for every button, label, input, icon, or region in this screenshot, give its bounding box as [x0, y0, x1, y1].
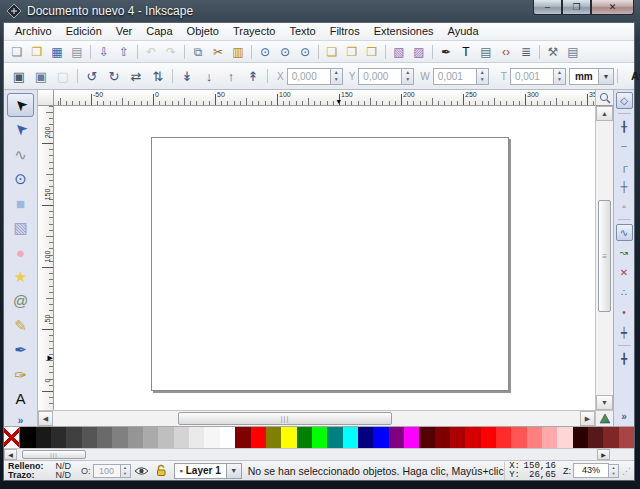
snap-bbox-centers-button[interactable]: ▫ [616, 198, 633, 215]
palette-swatch[interactable] [82, 427, 97, 448]
export-bitmap-button[interactable]: ⇧ [115, 43, 133, 61]
resize-grip[interactable]: ⋰ [622, 464, 634, 478]
layer-visibility-toggle[interactable] [134, 466, 149, 476]
enable-snapping-button[interactable]: ◇ [616, 92, 633, 109]
ellipse-tool-button[interactable]: ● [7, 240, 34, 264]
palette-swatch[interactable] [220, 427, 235, 448]
menu-capa[interactable]: Capa [139, 23, 179, 40]
lower-one-step-button[interactable]: ↓ [199, 66, 219, 86]
height-field-spinner[interactable]: ▲▼ [554, 68, 566, 85]
scroll-right-button[interactable]: ▶ [580, 411, 595, 426]
menu-filtros[interactable]: Filtros [323, 23, 367, 40]
palette-swatch[interactable] [557, 427, 572, 448]
menu-ayuda[interactable]: Ayuda [441, 23, 486, 40]
menu-extensiones[interactable]: Extensiones [367, 23, 441, 40]
vertical-scroll-thumb[interactable]: ≡ [598, 200, 611, 312]
units-value[interactable]: mm [569, 68, 599, 85]
redo-button[interactable]: ↷ [162, 43, 180, 61]
width-field-input[interactable]: 0,001 [433, 68, 477, 85]
pencil-tool-button[interactable]: ✎ [7, 313, 34, 337]
create-clone-button[interactable]: ❐ [343, 43, 361, 61]
xml-editor-button[interactable]: ‹› [497, 43, 515, 61]
deselect-button[interactable]: ▢ [53, 66, 73, 86]
palette-swatch[interactable] [404, 427, 419, 448]
palette-swatch[interactable] [527, 427, 542, 448]
rotate-90-ccw-button[interactable]: ↺ [82, 66, 102, 86]
menu-objeto[interactable]: Objeto [180, 23, 226, 40]
menu-trayecto[interactable]: Trayecto [226, 23, 282, 40]
palette-swatch[interactable] [158, 427, 173, 448]
node-editor-tool-button[interactable]: ➤ [7, 117, 34, 141]
snap-midpoints-button[interactable]: ┿ [616, 324, 633, 341]
palette-swatch[interactable] [511, 427, 526, 448]
palette-swatch[interactable] [435, 427, 450, 448]
unlink-clone-button[interactable]: ❒ [363, 43, 381, 61]
palette-swatch[interactable] [36, 427, 51, 448]
lower-to-bottom-button[interactable]: ↡ [177, 66, 197, 86]
palette-swatch[interactable] [481, 427, 496, 448]
width-field-spinner[interactable]: ▲▼ [477, 68, 489, 85]
duplicate-button[interactable]: ❏ [323, 43, 341, 61]
document-page[interactable] [151, 137, 509, 391]
palette-swatch[interactable] [143, 427, 158, 448]
snap-nodes-button[interactable]: ∿ [616, 224, 633, 241]
spinner-up-icon[interactable]: ▲ [331, 69, 342, 77]
chevron-down-icon[interactable]: ▼ [227, 463, 242, 479]
tweak-tool-button[interactable]: ∿ [7, 142, 34, 166]
scroll-down-button[interactable]: ▼ [596, 395, 613, 410]
y-field-spinner[interactable]: ▲▼ [402, 68, 414, 85]
sticky-zoom-button[interactable] [595, 90, 613, 106]
palette-swatch[interactable] [619, 427, 634, 448]
layer-lock-toggle[interactable] [155, 464, 168, 477]
y-field-input[interactable]: 0,000 [358, 68, 402, 85]
opacity-spinner[interactable]: ▲▼ [121, 464, 131, 478]
select-all-in-all-layers-button[interactable]: ▣ [31, 66, 51, 86]
bezier-pen-tool-button[interactable]: ✒ [7, 338, 34, 362]
calligraphy-tool-button[interactable]: ✑ [7, 362, 34, 386]
align-dialog-button[interactable]: ≣ [517, 43, 535, 61]
spinner-down-icon[interactable]: ▼ [554, 76, 565, 84]
zoom-spinner[interactable]: ▲▼ [609, 464, 619, 478]
paste-button[interactable]: ▥ [229, 43, 247, 61]
zoom-to-selection-button[interactable]: ⊙ [256, 43, 274, 61]
palette-swatch[interactable] [204, 427, 219, 448]
palette-swatch[interactable] [542, 427, 557, 448]
inkscape-preferences-button[interactable]: ⚒ [544, 43, 562, 61]
zoom-to-page-button[interactable]: ⊙ [296, 43, 314, 61]
palette-scrollbar[interactable]: ◀ ||| ▶ [4, 448, 634, 460]
open-document-button[interactable]: ❐ [28, 43, 46, 61]
select-all-button[interactable]: ▣ [9, 66, 29, 86]
palette-swatch[interactable] [450, 427, 465, 448]
copy-button[interactable]: ⧉ [189, 43, 207, 61]
palette-swatch[interactable] [266, 427, 281, 448]
print-document-button[interactable]: ▤ [68, 43, 86, 61]
palette-swatch[interactable] [112, 427, 127, 448]
layers-dialog-button[interactable]: ▤ [477, 43, 495, 61]
palette-swatch[interactable] [51, 427, 66, 448]
palette-swatch[interactable] [235, 427, 250, 448]
canvas[interactable] [54, 106, 595, 410]
horizontal-ruler[interactable]: ▼ -50050100150200250300350 [54, 90, 595, 106]
opacity-input[interactable]: 100 [93, 464, 121, 478]
vertical-ruler[interactable]: ▶ 050100150200 [38, 106, 54, 410]
fill-stroke-dialog-button[interactable]: ✒ [437, 43, 455, 61]
group-objects-button[interactable]: ▧ [390, 43, 408, 61]
scroll-left-button[interactable]: ◀ [38, 411, 53, 426]
palette-swatch[interactable] [327, 427, 342, 448]
palette-swatch[interactable] [128, 427, 143, 448]
palette-swatch[interactable] [588, 427, 603, 448]
snapbar-overflow-chevron[interactable]: » [621, 411, 627, 422]
x-field-spinner[interactable]: ▲▼ [331, 68, 343, 85]
palette-swatch[interactable] [20, 427, 35, 448]
x-field-input[interactable]: 0,000 [287, 68, 331, 85]
palette-swatch[interactable] [281, 427, 296, 448]
vertical-scrollbar[interactable]: ▲ ≡ ▼ [595, 106, 613, 410]
text-dialog-button[interactable]: T [457, 43, 475, 61]
palette-scroll-right-button[interactable]: ▶ [597, 449, 610, 460]
spinner-down-icon[interactable]: ▼ [121, 471, 130, 477]
palette-swatch[interactable] [389, 427, 404, 448]
spinner-up-icon[interactable]: ▲ [477, 69, 488, 77]
ungroup-objects-button[interactable]: ▨ [410, 43, 428, 61]
palette-swatch[interactable] [343, 427, 358, 448]
spinner-up-icon[interactable]: ▲ [554, 69, 565, 77]
